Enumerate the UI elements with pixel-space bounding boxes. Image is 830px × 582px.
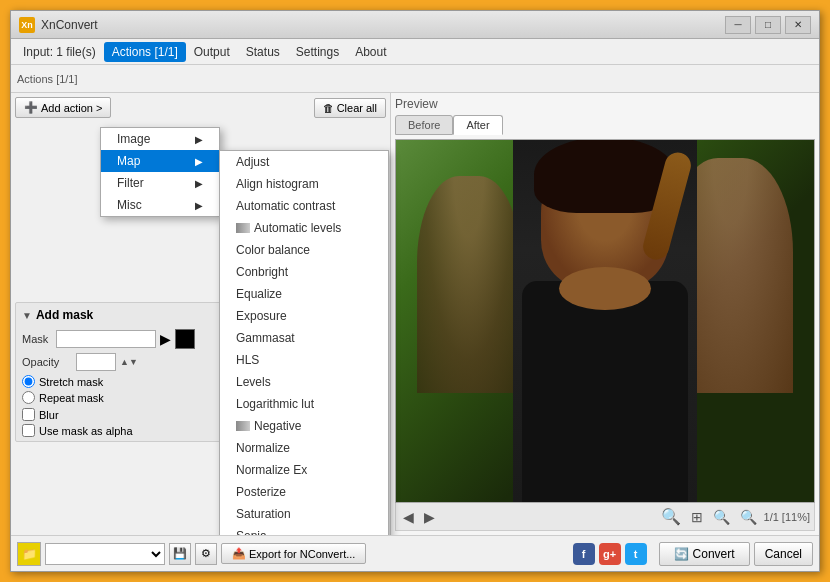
- map-hls[interactable]: HLS: [220, 349, 388, 371]
- left-panel: ➕ Add action > 🗑 Clear all Image ▶ Map ▶: [11, 93, 391, 535]
- facebook-icon[interactable]: f: [573, 543, 595, 565]
- actions-label: Actions [1/1]: [17, 73, 78, 85]
- tab-after[interactable]: After: [453, 115, 502, 135]
- twitter-icon[interactable]: t: [625, 543, 647, 565]
- menu-bar: Input: 1 file(s) Actions [1/1] Output St…: [11, 39, 819, 65]
- use-as-alpha-checkbox[interactable]: [22, 424, 35, 437]
- main-area: ➕ Add action > 🗑 Clear all Image ▶ Map ▶: [11, 93, 819, 535]
- add-action-button[interactable]: ➕ Add action >: [15, 97, 111, 118]
- menu-actions[interactable]: Actions [1/1]: [104, 42, 186, 62]
- export-button[interactable]: 📤 Export for NConvert...: [221, 543, 366, 564]
- map-equalize[interactable]: Equalize: [220, 283, 388, 305]
- settings-profile-button[interactable]: ⚙: [195, 543, 217, 565]
- map-saturation[interactable]: Saturation: [220, 503, 388, 525]
- zoom-reset-button[interactable]: 🔍: [710, 508, 733, 526]
- preview-nav-info: 1/1 [11%]: [764, 511, 810, 523]
- export-icon: 📤: [232, 547, 246, 560]
- mask-label: Mask: [22, 333, 52, 345]
- map-posterize[interactable]: Posterize: [220, 481, 388, 503]
- opacity-spinner-icon[interactable]: ▲▼: [120, 357, 138, 367]
- preview-image: [396, 140, 814, 502]
- map-automatic-levels[interactable]: Automatic levels: [220, 217, 388, 239]
- map-conbright[interactable]: Conbright: [220, 261, 388, 283]
- next-image-button[interactable]: ▶: [421, 508, 438, 526]
- map-normalize[interactable]: Normalize: [220, 437, 388, 459]
- menu-settings[interactable]: Settings: [288, 42, 347, 62]
- opacity-label: Opacity: [22, 356, 72, 368]
- opacity-input[interactable]: 100: [76, 353, 116, 371]
- preview-label: Preview: [395, 97, 815, 111]
- blur-checkbox[interactable]: [22, 408, 35, 421]
- app-icon: Xn: [19, 17, 35, 33]
- menu-status[interactable]: Status: [238, 42, 288, 62]
- map-exposure[interactable]: Exposure: [220, 305, 388, 327]
- maximize-button[interactable]: □: [755, 16, 781, 34]
- convert-icon: 🔄: [674, 547, 689, 561]
- tab-before[interactable]: Before: [395, 115, 453, 135]
- mask-input[interactable]: [56, 330, 156, 348]
- right-panel: Preview Before After: [391, 93, 819, 535]
- context-menu: Image ▶ Map ▶ Adjust Align histogram Aut…: [100, 127, 220, 217]
- map-logarithmic-lut[interactable]: Logarithmic lut: [220, 393, 388, 415]
- zoom-in-button[interactable]: 🔍: [658, 506, 684, 527]
- context-menu-misc[interactable]: Misc ▶: [101, 194, 219, 216]
- menu-input[interactable]: Input: 1 file(s): [15, 42, 104, 62]
- title-bar: Xn XnConvert ─ □ ✕: [11, 11, 819, 39]
- convert-button[interactable]: 🔄 Convert: [659, 542, 750, 566]
- window-controls: ─ □ ✕: [725, 16, 811, 34]
- submenu-arrow-image: ▶: [195, 134, 203, 145]
- submenu-arrow-filter: ▶: [195, 178, 203, 189]
- collapse-arrow-icon[interactable]: ▼: [22, 310, 32, 321]
- cancel-button[interactable]: Cancel: [754, 542, 813, 566]
- map-gammasat[interactable]: Gammasat: [220, 327, 388, 349]
- menu-output[interactable]: Output: [186, 42, 238, 62]
- color-box[interactable]: [175, 329, 195, 349]
- save-profile-button[interactable]: 💾: [169, 543, 191, 565]
- map-sepia[interactable]: Sepia: [220, 525, 388, 535]
- map-adjust[interactable]: Adjust: [220, 151, 388, 173]
- preview-tabs: Before After: [395, 115, 815, 135]
- main-window: Xn XnConvert ─ □ ✕ Input: 1 file(s) Acti…: [10, 10, 820, 572]
- zoom-out-button[interactable]: 🔍: [737, 508, 760, 526]
- map-automatic-contrast[interactable]: Automatic contrast: [220, 195, 388, 217]
- use-as-alpha-label: Use mask as alpha: [39, 425, 133, 437]
- map-negative[interactable]: Negative: [220, 415, 388, 437]
- browse-icon[interactable]: ▶: [160, 331, 171, 347]
- submenu-arrow-map: ▶: [195, 156, 203, 167]
- context-menu-image[interactable]: Image ▶: [101, 128, 219, 150]
- social-icons: f g+ t: [573, 543, 647, 565]
- clear-all-button[interactable]: 🗑 Clear all: [314, 98, 386, 118]
- window-title: XnConvert: [41, 18, 725, 32]
- automatic-levels-icon: [236, 223, 250, 233]
- negative-icon: [236, 421, 250, 431]
- prev-image-button[interactable]: ◀: [400, 508, 417, 526]
- minimize-button[interactable]: ─: [725, 16, 751, 34]
- submenu-arrow-misc: ▶: [195, 200, 203, 211]
- open-folder-button[interactable]: 📁: [17, 542, 41, 566]
- profile-dropdown[interactable]: [45, 543, 165, 565]
- add-icon: ➕: [24, 101, 38, 114]
- map-levels[interactable]: Levels: [220, 371, 388, 393]
- map-submenu: Adjust Align histogram Automatic contras…: [219, 150, 389, 535]
- map-align-histogram[interactable]: Align histogram: [220, 173, 388, 195]
- zoom-fit-button[interactable]: ⊞: [688, 508, 706, 526]
- close-button[interactable]: ✕: [785, 16, 811, 34]
- menu-about[interactable]: About: [347, 42, 394, 62]
- blur-label: Blur: [39, 409, 59, 421]
- preview-image-area: [395, 139, 815, 503]
- preview-toolbar: ◀ ▶ 🔍 ⊞ 🔍 🔍 1/1 [11%]: [395, 503, 815, 531]
- googleplus-icon[interactable]: g+: [599, 543, 621, 565]
- context-menu-filter[interactable]: Filter ▶: [101, 172, 219, 194]
- map-normalize-ex[interactable]: Normalize Ex: [220, 459, 388, 481]
- context-menu-map[interactable]: Map ▶ Adjust Align histogram Automatic c…: [101, 150, 219, 172]
- status-bar: 📁 💾 ⚙ 📤 Export for NConvert... f g+ t 🔄 …: [11, 535, 819, 571]
- add-mask-title: Add mask: [36, 308, 93, 322]
- map-color-balance[interactable]: Color balance: [220, 239, 388, 261]
- clear-icon: 🗑: [323, 102, 334, 114]
- actions-toolbar-label: Actions [1/1]: [11, 65, 819, 93]
- actions-buttons-row: ➕ Add action > 🗑 Clear all Image ▶ Map ▶: [15, 97, 386, 118]
